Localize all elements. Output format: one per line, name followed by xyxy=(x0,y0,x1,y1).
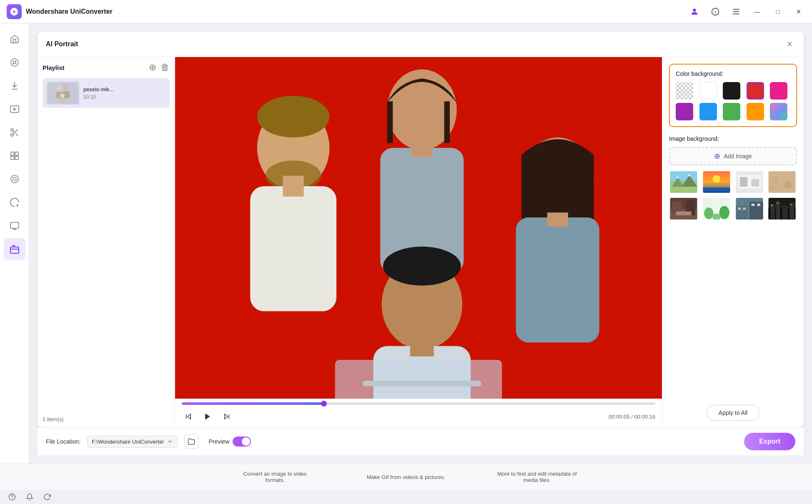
color-swatch-green[interactable] xyxy=(723,103,740,120)
color-swatch-gradient[interactable] xyxy=(770,103,787,120)
delete-file-icon[interactable]: 🗑 xyxy=(160,62,170,73)
video-content xyxy=(175,57,662,399)
playlist-item[interactable]: pexels-mik... 00:18 xyxy=(43,78,170,108)
sidebar-item-trim[interactable] xyxy=(4,122,25,143)
file-location-label: File Location: xyxy=(46,438,80,445)
app-title: Wondershare UniConverter xyxy=(26,8,688,15)
color-swatch-blue[interactable] xyxy=(699,103,717,120)
plus-icon: ⊕ xyxy=(714,152,720,161)
sidebar-item-merge[interactable] xyxy=(4,145,25,167)
feature-text-3: More to find and edit metadata of media … xyxy=(497,471,577,483)
svg-rect-38 xyxy=(410,342,434,356)
color-bg-label: Color background: xyxy=(676,70,790,77)
sidebar-item-broadcast[interactable] xyxy=(4,215,25,237)
feature-bar: Convert an image to video formats. Make … xyxy=(0,464,812,490)
status-feedback[interactable] xyxy=(43,493,51,501)
preview-toggle: Preview xyxy=(208,437,251,447)
svg-point-4 xyxy=(11,129,13,131)
user-icon[interactable] xyxy=(688,5,701,18)
close-button[interactable]: ✕ xyxy=(792,5,805,18)
image-thumb-1[interactable] xyxy=(669,170,698,194)
window-title: AI Portrait xyxy=(46,40,78,48)
feature-item-2: Make GIf from videos & pictures. xyxy=(367,474,446,480)
menu-icon[interactable] xyxy=(729,5,743,18)
add-file-icon[interactable]: ⊕ xyxy=(149,62,156,73)
svg-point-2 xyxy=(11,59,18,66)
svg-rect-77 xyxy=(743,207,746,210)
video-controls: 00:00:05 / 00:00:18 xyxy=(175,399,662,427)
status-notifications[interactable] xyxy=(26,493,33,501)
color-swatch-purple[interactable] xyxy=(676,103,693,120)
status-help[interactable] xyxy=(8,493,16,501)
svg-rect-84 xyxy=(782,206,788,220)
color-swatch-transparent[interactable] xyxy=(676,82,693,100)
playlist-count: 1 item(s) xyxy=(43,412,170,422)
feature-item-3: More to find and edit metadata of media … xyxy=(495,471,579,483)
color-swatch-pink[interactable] xyxy=(770,82,787,100)
file-location-select[interactable]: F:\Wondershare UniConverter xyxy=(87,436,178,448)
svg-rect-12 xyxy=(10,222,19,228)
apply-to-all-button[interactable]: Apply to All xyxy=(707,405,759,421)
center-panel: 00:00:05 / 00:00:18 xyxy=(175,57,662,427)
sidebar-item-home[interactable] xyxy=(4,28,25,50)
image-thumb-6[interactable] xyxy=(702,197,731,220)
svg-rect-6 xyxy=(11,152,14,155)
svg-rect-82 xyxy=(770,204,775,220)
preview-toggle-switch[interactable] xyxy=(233,437,251,447)
image-thumb-7[interactable] xyxy=(735,197,764,220)
sidebar-item-target[interactable] xyxy=(4,192,25,213)
maximize-button[interactable]: □ xyxy=(771,5,784,18)
svg-rect-83 xyxy=(776,201,780,220)
image-thumb-3[interactable] xyxy=(735,170,764,194)
svg-point-53 xyxy=(712,175,720,183)
svg-point-5 xyxy=(11,134,13,136)
image-thumb-4[interactable] xyxy=(767,170,797,194)
right-panel: Color background: xyxy=(662,57,804,427)
color-swatch-white[interactable] xyxy=(699,82,717,100)
export-button[interactable]: Export xyxy=(744,433,795,450)
add-image-button[interactable]: ⊕ Add Image xyxy=(669,147,797,165)
sidebar-item-screen[interactable] xyxy=(4,168,25,190)
svg-rect-7 xyxy=(15,152,18,155)
svg-point-71 xyxy=(719,206,729,220)
total-time: 00:00:18 xyxy=(634,414,655,420)
image-grid xyxy=(669,170,797,220)
sidebar-item-convert[interactable] xyxy=(4,52,25,73)
svg-point-23 xyxy=(257,96,330,137)
playlist-thumb-img xyxy=(46,81,79,105)
color-background-section: Color background: xyxy=(669,64,797,127)
window-controls: — □ ✕ xyxy=(688,5,805,18)
svg-rect-54 xyxy=(703,187,730,193)
image-thumb-5[interactable] xyxy=(669,197,698,220)
svg-rect-88 xyxy=(791,204,792,205)
color-swatch-black[interactable] xyxy=(723,82,740,100)
video-container xyxy=(175,57,662,399)
image-bg-label: Image background: xyxy=(669,135,797,142)
svg-point-19 xyxy=(60,94,65,98)
folder-button[interactable] xyxy=(184,434,198,449)
svg-rect-34 xyxy=(547,212,568,226)
support-icon[interactable] xyxy=(709,5,722,18)
sidebar-item-video-edit[interactable] xyxy=(4,98,25,120)
svg-rect-67 xyxy=(676,212,691,215)
sidebar-item-download[interactable] xyxy=(4,75,25,97)
color-swatch-red[interactable] xyxy=(747,82,764,100)
svg-point-15 xyxy=(57,86,62,91)
sidebar-item-toolbox[interactable] xyxy=(4,238,25,260)
minimize-button[interactable]: — xyxy=(750,5,764,18)
playback-buttons xyxy=(182,409,233,424)
window-close-button[interactable]: ✕ xyxy=(784,38,795,50)
svg-rect-85 xyxy=(790,202,794,220)
color-swatch-orange[interactable] xyxy=(747,103,764,120)
feature-text-1: Convert an image to video formats. xyxy=(243,471,307,483)
fast-forward-button[interactable] xyxy=(220,410,233,423)
image-thumb-8[interactable] xyxy=(767,197,797,220)
add-image-label: Add Image xyxy=(724,153,752,160)
progress-bar[interactable] xyxy=(182,402,655,405)
image-thumb-2[interactable] xyxy=(702,170,731,194)
color-grid xyxy=(676,82,790,120)
rewind-button[interactable] xyxy=(182,410,195,423)
toggle-knob xyxy=(242,437,250,446)
play-button[interactable] xyxy=(200,409,215,424)
svg-point-36 xyxy=(383,247,461,285)
